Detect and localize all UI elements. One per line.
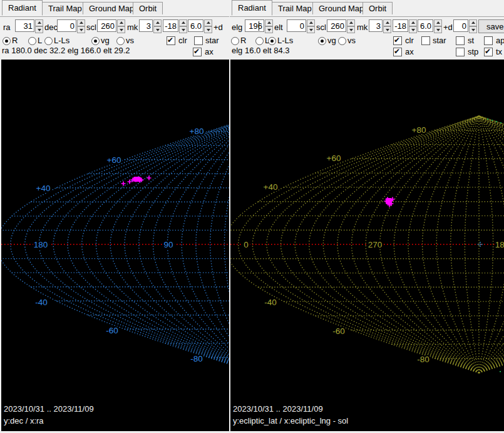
radio-vs[interactable] — [116, 37, 125, 45]
mag-spinner[interactable] — [179, 19, 187, 33]
radio-vs-label: vs — [126, 36, 134, 45]
spin-up-icon[interactable] — [117, 19, 125, 26]
scl-spinner[interactable] — [347, 19, 355, 33]
radio-l-ls[interactable] — [44, 37, 53, 45]
tab-ground-map[interactable]: Ground Map — [312, 2, 370, 14]
spin-up-icon[interactable] — [35, 19, 43, 26]
save-button[interactable]: save — [478, 19, 504, 33]
equatorial-sky-map[interactable]: +80+60+40+2018090-40-60-80 2023/10/31 ..… — [1, 60, 229, 431]
ecliptic-panel: Radiant Trail Map Ground Map Orbit elg e… — [230, 0, 504, 433]
mk-spinner[interactable] — [383, 19, 391, 33]
st-checkbox[interactable] — [456, 36, 465, 45]
clr-checkbox[interactable] — [167, 36, 175, 45]
ap-label: ap — [496, 36, 504, 45]
mag-input[interactable] — [393, 19, 408, 32]
spin-up-icon[interactable] — [434, 19, 442, 26]
spin-up-icon[interactable] — [347, 19, 355, 26]
dec-input[interactable] — [57, 19, 76, 32]
mag-spinner[interactable] — [409, 19, 417, 33]
scl-input[interactable] — [327, 19, 346, 32]
dec-spinner[interactable] — [77, 19, 85, 33]
ax-checkbox[interactable] — [193, 48, 202, 56]
spin-up-icon[interactable] — [153, 19, 162, 26]
vmax-spinner[interactable] — [204, 19, 212, 33]
mk-input[interactable] — [369, 19, 383, 32]
spin-down-icon[interactable] — [117, 26, 125, 33]
spin-up-icon[interactable] — [383, 19, 391, 26]
spin-up-icon[interactable] — [204, 19, 212, 26]
spin-down-icon[interactable] — [204, 26, 212, 33]
radio-l[interactable] — [255, 37, 264, 45]
spin-down-icon[interactable] — [265, 26, 273, 33]
vmax-input[interactable] — [418, 19, 433, 32]
svg-text:+60: +60 — [327, 154, 341, 163]
spin-up-icon[interactable] — [77, 19, 85, 26]
mk-input[interactable] — [139, 19, 153, 32]
spin-down-icon[interactable] — [153, 26, 162, 33]
radio-vg[interactable] — [318, 37, 326, 45]
spin-down-icon[interactable] — [469, 26, 477, 33]
spin-down-icon[interactable] — [409, 26, 417, 33]
spin-down-icon[interactable] — [77, 26, 85, 33]
scl-spinner[interactable] — [117, 19, 125, 33]
vmax-input[interactable] — [188, 19, 203, 32]
mk-spinner[interactable] — [153, 19, 162, 33]
spin-down-icon[interactable] — [434, 26, 442, 33]
ax-checkbox[interactable] — [393, 48, 402, 56]
date-range-text: 2023/10/31 .. 2023/11/09 — [233, 404, 323, 414]
spin-up-icon[interactable] — [409, 19, 417, 26]
spin-down-icon[interactable] — [307, 26, 315, 33]
spin-down-icon[interactable] — [35, 26, 43, 33]
mag-input[interactable] — [163, 19, 178, 32]
tab-orbit[interactable]: Orbit — [133, 2, 163, 14]
dec-label: dec — [44, 23, 58, 32]
spin-up-icon[interactable] — [307, 19, 315, 26]
tab-ground-map[interactable]: Ground Map — [83, 2, 140, 14]
text-caret — [259, 21, 259, 31]
ra-spinner[interactable] — [35, 19, 43, 33]
tx-checkbox[interactable] — [484, 48, 493, 56]
star-checkbox[interactable] — [194, 36, 203, 45]
mk-label: mk — [127, 23, 138, 32]
clr-checkbox[interactable] — [393, 36, 402, 45]
plus-d-label: +d — [443, 23, 453, 32]
radio-vg[interactable] — [91, 37, 100, 45]
clr-label: clr — [405, 36, 414, 45]
spin-down-icon[interactable] — [347, 26, 355, 33]
svg-text:+40: +40 — [264, 182, 278, 192]
stp-checkbox[interactable] — [456, 48, 465, 56]
radio-r[interactable] — [3, 37, 11, 45]
spin-down-icon[interactable] — [179, 26, 187, 33]
elt-input[interactable] — [287, 19, 306, 32]
tab-trail-map[interactable]: Trail Map — [42, 2, 88, 14]
radio-l-ls[interactable] — [268, 37, 276, 45]
star-checkbox[interactable] — [421, 36, 430, 45]
radio-r[interactable] — [231, 37, 239, 45]
ecliptic-sky-map[interactable]: +80+60+40+200270180-40-60-80 2023/10/31 … — [230, 60, 504, 431]
svg-text:270: 270 — [368, 240, 383, 249]
axes-label-text: y:ecliptic_lat / x:ecliptic_lng - sol — [233, 416, 348, 425]
spin-up-icon[interactable] — [179, 19, 187, 26]
tab-radiant[interactable]: Radiant — [232, 0, 272, 16]
ap-checkbox[interactable] — [484, 36, 493, 45]
plus-d-input[interactable] — [453, 19, 468, 32]
vmax-spinner[interactable] — [434, 19, 442, 33]
scl-input[interactable] — [97, 19, 116, 32]
tab-bar: Radiant Trail Map Ground Map Orbit — [0, 0, 229, 17]
plus-d-spinner[interactable] — [469, 19, 477, 33]
tab-trail-map[interactable]: Trail Map — [272, 2, 318, 14]
radio-l[interactable] — [28, 37, 36, 45]
tab-orbit[interactable]: Orbit — [363, 2, 393, 14]
spin-down-icon[interactable] — [383, 26, 391, 33]
svg-text:+80: +80 — [412, 125, 426, 135]
elt-spinner[interactable] — [307, 19, 315, 33]
radio-vs[interactable] — [338, 37, 346, 45]
ra-input[interactable] — [15, 19, 34, 32]
svg-text:-40: -40 — [264, 298, 277, 307]
svg-text:-80: -80 — [417, 355, 429, 364]
spin-up-icon[interactable] — [469, 19, 477, 26]
elg-spinner[interactable] — [265, 19, 273, 33]
spin-up-icon[interactable] — [265, 19, 273, 26]
tab-radiant[interactable]: Radiant — [2, 0, 43, 16]
elg-input[interactable] — [245, 19, 264, 32]
